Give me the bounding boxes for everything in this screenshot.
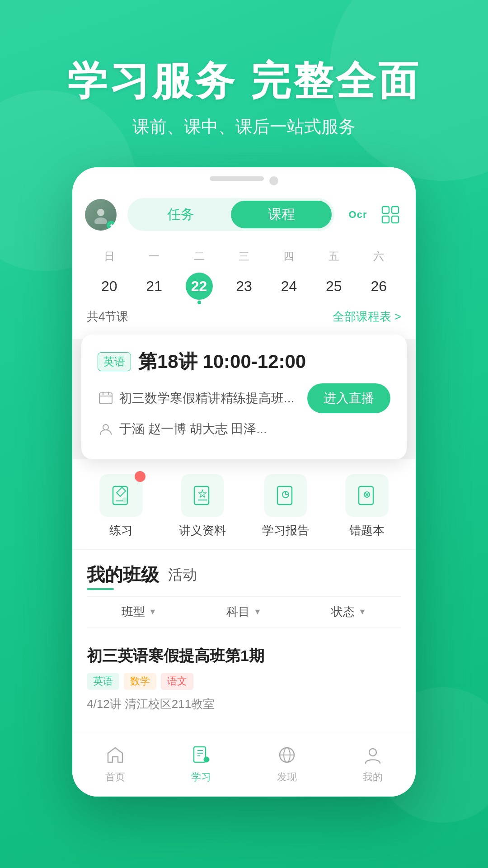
- date-20[interactable]: 20: [96, 273, 123, 300]
- errorbook-icon-box: [345, 474, 389, 517]
- teachers-text: 于涵 赵一博 胡大志 田泽...: [119, 420, 390, 438]
- weekday-sun: 日: [87, 245, 131, 267]
- class-icon: [98, 390, 114, 406]
- hero-subtitle: 课前、课中、课后一站式服务: [0, 115, 488, 138]
- filter-subject-arrow: ▼: [253, 607, 262, 617]
- section-tab-activity[interactable]: 活动: [168, 565, 197, 585]
- course-class-row: 初三数学寒假精讲精练提高班... 进入直播: [98, 383, 390, 413]
- date-26[interactable]: 26: [365, 273, 392, 300]
- tool-report[interactable]: 学习报告: [262, 474, 309, 538]
- svg-rect-7: [392, 216, 399, 223]
- nav-home[interactable]: 首页: [93, 743, 138, 784]
- tag-english: 英语: [87, 673, 119, 690]
- user-avatar[interactable]: [85, 199, 117, 231]
- tag-chinese: 语文: [161, 673, 193, 690]
- svg-rect-5: [392, 207, 399, 213]
- date-21[interactable]: 21: [141, 273, 168, 300]
- filter-status[interactable]: 状态 ▼: [296, 604, 401, 620]
- calendar-weekdays: 日 一 二 三 四 五 六: [87, 245, 401, 267]
- phone-top-bar: 任务 课程 Ocr: [72, 167, 416, 238]
- tab-switch: 任务 课程: [127, 198, 334, 231]
- notes-icon-box: [181, 474, 224, 517]
- practice-badge: [135, 471, 145, 482]
- filter-subject[interactable]: 科目 ▼: [192, 604, 296, 620]
- weekday-sat: 六: [357, 245, 401, 267]
- svg-point-15: [122, 498, 127, 502]
- tool-practice[interactable]: 练习: [99, 474, 143, 538]
- tab-course[interactable]: 课程: [231, 201, 332, 228]
- nav-mine-label: 我的: [363, 770, 383, 784]
- date-22-today[interactable]: 22: [186, 273, 213, 300]
- discover-icon: [275, 743, 299, 767]
- nav-mine[interactable]: 我的: [350, 743, 395, 784]
- svg-rect-6: [382, 216, 389, 223]
- date-25[interactable]: 25: [320, 273, 347, 300]
- section-header: 我的班级 活动: [87, 562, 401, 587]
- nav-study[interactable]: 学习: [178, 743, 224, 784]
- svg-point-0: [97, 209, 104, 216]
- bottom-nav: 首页 学习: [72, 734, 416, 797]
- svg-point-1: [94, 217, 107, 224]
- view-all-link[interactable]: 全部课程表 >: [333, 309, 401, 325]
- svg-rect-4: [382, 207, 389, 213]
- svg-point-32: [369, 749, 376, 756]
- svg-marker-17: [199, 490, 206, 497]
- class-item-detail: 4/12讲 清江校区211教室: [87, 696, 401, 712]
- tag-math: 数学: [124, 673, 156, 690]
- practice-label: 练习: [109, 523, 133, 538]
- weekday-mon: 一: [131, 245, 176, 267]
- course-header: 英语 第18讲 10:00-12:00: [98, 349, 390, 374]
- hero-section: 学习服务 完整全面 课前、课中、课后一站式服务: [0, 54, 488, 138]
- section-title: 我的班级: [87, 562, 159, 587]
- nav-home-label: 首页: [105, 770, 125, 784]
- weekday-thu: 四: [267, 245, 311, 267]
- live-button[interactable]: 进入直播: [307, 383, 390, 413]
- class-item-tags: 英语 数学 语文: [87, 673, 401, 690]
- class-count: 共4节课: [87, 309, 128, 325]
- weekday-tue: 二: [177, 245, 221, 267]
- filter-subject-label: 科目: [226, 604, 250, 620]
- tool-errorbook[interactable]: 错题本: [345, 474, 389, 538]
- course-teachers-row: 于涵 赵一博 胡大志 田泽...: [98, 420, 390, 438]
- tab-task[interactable]: 任务: [130, 201, 231, 228]
- notes-label: 讲义资料: [179, 523, 226, 538]
- quick-tools: 练习 讲义资料 学习报告: [72, 459, 416, 549]
- grid-menu-button[interactable]: [378, 202, 403, 227]
- home-icon: [103, 743, 127, 767]
- class-name-text: 初三数学寒假精讲精练提高班...: [119, 390, 307, 407]
- phone-notch-area: [85, 176, 403, 185]
- filter-class-type[interactable]: 班型 ▼: [87, 604, 192, 620]
- practice-icon-box: [99, 474, 143, 517]
- study-icon: [189, 743, 213, 767]
- weekday-wed: 三: [221, 245, 266, 267]
- nav-discover-label: 发现: [277, 770, 297, 784]
- class-item-name: 初三英语寒假提高班第1期: [87, 646, 401, 666]
- phone-mockup: 任务 课程 Ocr 日: [72, 167, 416, 797]
- app-navbar: 任务 课程 Ocr: [85, 193, 403, 238]
- filter-class-type-arrow: ▼: [149, 607, 157, 617]
- ocr-button[interactable]: Ocr: [345, 202, 371, 227]
- nav-discover[interactable]: 发现: [264, 743, 310, 784]
- phone-camera: [269, 176, 278, 185]
- date-23[interactable]: 23: [230, 273, 258, 300]
- my-class-section: 我的班级 活动 班型 ▼ 科目 ▼ 状态 ▼ 初三英语寒假提高班第1期 英语 数…: [72, 550, 416, 734]
- course-title: 第18讲 10:00-12:00: [138, 349, 306, 374]
- svg-rect-16: [194, 486, 209, 505]
- ocr-label: Ocr: [349, 209, 367, 221]
- nav-study-label: 学习: [191, 770, 211, 784]
- hero-title: 学习服务 完整全面: [0, 54, 488, 108]
- date-24[interactable]: 24: [275, 273, 302, 300]
- filter-status-label: 状态: [331, 604, 355, 620]
- weekday-fri: 五: [311, 245, 356, 267]
- subject-tag: 英语: [98, 352, 131, 371]
- course-card: 英语 第18讲 10:00-12:00 初三数学寒假精讲精练提高班... 进入直…: [81, 335, 407, 459]
- nav-icons: Ocr: [345, 202, 403, 227]
- filter-status-arrow: ▼: [358, 607, 366, 617]
- tool-notes[interactable]: 讲义资料: [179, 474, 226, 538]
- class-item[interactable]: 初三英语寒假提高班第1期 英语 数学 语文 4/12讲 清江校区211教室: [87, 637, 401, 721]
- teacher-icon: [98, 421, 114, 437]
- calendar-dates: 20 21 22 23 24 25 26: [87, 273, 401, 300]
- svg-rect-19: [277, 486, 292, 505]
- calendar-footer: 共4节课 全部课程表 >: [87, 300, 401, 328]
- mine-icon: [361, 743, 385, 767]
